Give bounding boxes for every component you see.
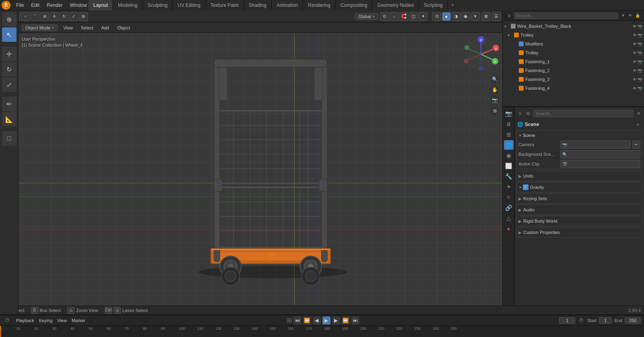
render-action-5[interactable]: 📷 — [638, 68, 642, 73]
tool-select[interactable]: ↖ — [2, 27, 17, 42]
prop-icon-viewlayer[interactable]: ⊞ — [504, 130, 514, 139]
wireframe-icon[interactable]: ⊡ — [432, 12, 441, 21]
tool-scale[interactable]: ⤢ — [2, 77, 17, 92]
eye-action-0[interactable]: 👁 — [633, 24, 637, 29]
scene-title-close[interactable]: ✕ — [634, 121, 642, 128]
rotate-icon[interactable]: ↻ — [60, 12, 68, 21]
eye-action-6[interactable]: 👁 — [633, 77, 637, 82]
render-action-2[interactable]: 📷 — [638, 42, 642, 46]
tab-uv-editing[interactable]: UV Editing — [173, 0, 206, 10]
eye-action-5[interactable]: 👁 — [633, 68, 637, 73]
object-mode-dropdown[interactable]: Object Mode ▾ — [22, 25, 58, 31]
select-menu[interactable]: Select — [78, 25, 96, 31]
current-frame-input[interactable]: 1 — [559, 317, 575, 324]
rendered-icon[interactable]: ◉ — [461, 12, 470, 21]
prop-search-input[interactable] — [533, 110, 634, 117]
prop-icon-object[interactable]: ⬜ — [504, 161, 514, 171]
view-menu-timeline[interactable]: View — [56, 318, 68, 323]
menu-file[interactable]: File — [13, 2, 27, 9]
snap-icon[interactable]: 🧲 — [399, 12, 408, 21]
tree-item-fastening-1[interactable]: Fastening_1 👁 📷 — [503, 57, 644, 66]
blender-logo[interactable]: B — [2, 1, 10, 10]
prop-icon-world[interactable]: ◉ — [504, 151, 514, 160]
audio-header[interactable]: ▶ Audio — [517, 205, 642, 215]
menu-window[interactable]: Window — [66, 2, 90, 9]
prop-icon-modifier[interactable]: 🔧 — [504, 172, 514, 181]
scale-icon[interactable]: ⤢ — [69, 12, 78, 21]
custom-properties-header[interactable]: ▶ Custom Properties — [517, 227, 642, 237]
tool-rotate[interactable]: ↻ — [2, 62, 17, 76]
jump-to-start-btn[interactable]: ⏮ — [293, 316, 301, 325]
prop-icon-physics[interactable]: ⚛ — [504, 192, 514, 202]
pan-icon[interactable]: ✋ — [490, 85, 499, 94]
render-action-7[interactable]: 📷 — [638, 86, 642, 91]
prop-icon-render[interactable]: 📷 — [504, 109, 514, 118]
add-workspace-button[interactable]: + — [448, 0, 457, 10]
mirror-icon[interactable]: ◫ — [409, 12, 418, 21]
prop-close-icon[interactable]: ✕ — [635, 110, 642, 117]
tree-item-fastening-4[interactable]: Fastening_4 👁 📷 — [503, 84, 644, 93]
eye-action-7[interactable]: 👁 — [633, 86, 637, 91]
tab-animation[interactable]: Animation — [272, 0, 303, 10]
select-lasso-icon[interactable]: ⌒ — [31, 12, 39, 21]
viewport-gizmo[interactable]: X Y Z 🔍 ✋ — [463, 36, 499, 72]
tree-item-trolley-obj[interactable]: Trolley 👁 📷 — [503, 48, 644, 57]
prop-icon-particles[interactable]: ✦ — [504, 182, 514, 192]
eye-action-3[interactable]: 👁 — [633, 51, 637, 55]
camera-edit-icon[interactable]: ✏ — [632, 141, 640, 149]
tool-cursor[interactable]: ⊕ — [2, 12, 17, 27]
prop-icon-scene[interactable]: 🌐 — [504, 140, 514, 150]
prop-list-view-icon[interactable]: ≡ — [516, 110, 524, 117]
tool-move[interactable]: ✛ — [2, 47, 17, 61]
xray-icon[interactable]: ☰ — [492, 12, 501, 21]
viewport-3d[interactable]: User Perspective (1) Scene Collection | … — [19, 33, 502, 306]
eye-action-2[interactable]: 👁 — [633, 42, 637, 46]
tab-sculpting[interactable]: Sculpting — [143, 0, 173, 10]
prop-icon-data[interactable]: △ — [504, 213, 514, 223]
tree-item-modifiers[interactable]: Modifiers 👁 📷 — [503, 39, 644, 48]
tab-compositing[interactable]: Compositing — [336, 0, 373, 10]
marker-menu[interactable]: Marker — [70, 318, 87, 323]
jump-to-end-btn[interactable]: ⏭ — [351, 316, 359, 325]
viewport-canvas[interactable]: User Perspective (1) Scene Collection | … — [19, 33, 502, 306]
timeline-body[interactable]: 1 10 20 30 40 50 60 70 80 90 100 110 120… — [0, 326, 644, 337]
overlay-icon[interactable]: ⊠ — [481, 12, 490, 21]
prop-icon-output[interactable]: 🖥 — [504, 119, 514, 129]
step-forward-btn[interactable]: ▶ — [332, 316, 340, 325]
keying-sets-header[interactable]: ▶ Keying Sets — [517, 194, 642, 203]
zoom-in-icon[interactable]: 🔍 — [490, 75, 499, 84]
select-circle-icon[interactable]: ○ — [21, 12, 30, 21]
eye-action-4[interactable]: 👁 — [633, 60, 637, 64]
tree-item-fastening-3[interactable]: Fastening_3 👁 📷 — [503, 75, 644, 84]
tab-rendering[interactable]: Rendering — [303, 0, 335, 10]
outliner-search[interactable] — [514, 12, 618, 19]
tool-add-primitive[interactable]: □ — [2, 131, 17, 146]
filter-icon[interactable]: ▼ — [620, 12, 626, 19]
tree-item-trolley-collection[interactable]: ▾ Trolley 👁 📷 — [503, 31, 644, 39]
jump-back-btn[interactable]: ⏪ — [303, 316, 311, 325]
tree-item-fastening-2[interactable]: Fastening_2 👁 📷 — [503, 66, 644, 75]
menu-render[interactable]: Render — [43, 2, 66, 9]
tab-layout[interactable]: Layout — [89, 0, 113, 10]
start-frame-input[interactable]: 1 — [599, 317, 612, 324]
viewport-options-icon[interactable]: ▾ — [471, 12, 480, 21]
material-preview-icon[interactable]: ◑ — [452, 12, 460, 21]
units-header[interactable]: ▶ Units — [517, 171, 642, 181]
camera-value[interactable]: 📷 — [560, 141, 631, 149]
jump-forward-btn[interactable]: ⏩ — [342, 316, 350, 325]
grease-pencil-icon[interactable]: ✦ — [419, 12, 427, 21]
keying-menu[interactable]: Keying — [37, 318, 54, 323]
camera-to-view-icon[interactable]: 📷 — [490, 96, 499, 105]
transform-space-dropdown[interactable]: Global ▾ — [355, 13, 378, 20]
tool-annotate[interactable]: ✏ — [2, 97, 17, 111]
gravity-checkbox[interactable]: ✓ — [523, 184, 528, 190]
cursor-icon[interactable]: ⊕ — [40, 12, 49, 21]
render-action-6[interactable]: 📷 — [638, 77, 642, 82]
tree-item-wire-basket[interactable]: ▾ Wire_Basket_Trolley_Black 👁 📷 — [503, 22, 644, 31]
solid-shading-icon[interactable]: ● — [442, 12, 451, 21]
tab-modeling[interactable]: Modeling — [113, 0, 143, 10]
prop-icon-material[interactable]: ● — [504, 224, 514, 234]
orthographic-icon[interactable]: ⊞ — [490, 106, 499, 115]
playback-sync-icon[interactable]: ○ — [287, 318, 292, 323]
render-action-3[interactable]: 📷 — [638, 51, 642, 55]
